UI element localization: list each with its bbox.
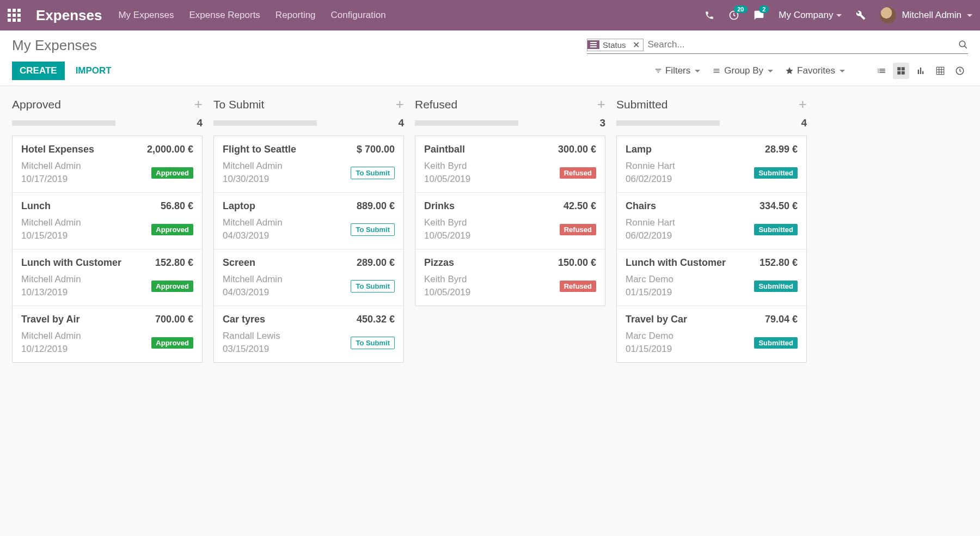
phone-icon[interactable] — [705, 10, 714, 20]
kanban-card[interactable]: Lunch with Customer152.80 €Mitchell Admi… — [13, 249, 202, 306]
kanban-column-title[interactable]: Submitted — [616, 98, 668, 111]
filters-button[interactable]: Filters — [654, 65, 700, 76]
kanban-card[interactable]: Laptop889.00 €Mitchell Admin04/03/2019To… — [214, 193, 403, 249]
view-switcher — [873, 63, 968, 79]
card-person: Mitchell Admin — [21, 161, 81, 172]
card-amount: 79.04 € — [765, 314, 798, 325]
card-amount: 152.80 € — [759, 257, 798, 269]
debug-icon[interactable] — [856, 10, 866, 20]
kanban-cards: Flight to Seattle$ 700.00Mitchell Admin1… — [213, 136, 404, 363]
card-person: Randall Lewis — [223, 331, 280, 342]
card-amount: 2,000.00 € — [147, 144, 193, 155]
card-title: Lunch with Customer — [21, 257, 121, 269]
kanban-cards: Paintball300.00 €Keith Byrd10/05/2019Ref… — [415, 136, 605, 306]
view-list-icon[interactable] — [873, 63, 890, 79]
card-amount: 150.00 € — [558, 257, 596, 269]
card-title: Pizzas — [424, 257, 454, 269]
search-icon[interactable] — [958, 40, 968, 50]
card-date: 10/05/2019 — [424, 230, 470, 241]
card-title: Hotel Expenses — [21, 144, 94, 155]
search-field[interactable]: Status ✕ — [587, 37, 968, 54]
search-tag-status[interactable]: Status ✕ — [587, 39, 644, 51]
nav-expense-reports[interactable]: Expense Reports — [189, 10, 260, 21]
kanban-card[interactable]: Pizzas150.00 €Keith Byrd10/05/2019Refuse… — [415, 249, 605, 306]
kanban-card[interactable]: Flight to Seattle$ 700.00Mitchell Admin1… — [214, 136, 403, 193]
nav-my-expenses[interactable]: My Expenses — [118, 10, 174, 21]
favorites-button[interactable]: Favorites — [785, 65, 845, 76]
card-title: Paintball — [424, 144, 465, 155]
search-input[interactable] — [647, 37, 958, 52]
app-brand[interactable]: Expenses — [36, 7, 102, 24]
card-person: Keith Byrd — [424, 274, 470, 285]
card-title: Lunch — [21, 200, 51, 212]
kanban-card[interactable]: Travel by Air700.00 €Mitchell Admin10/12… — [13, 306, 202, 362]
kanban-column-title[interactable]: To Submit — [213, 98, 264, 111]
kanban-column-title[interactable]: Approved — [12, 98, 61, 111]
card-date: 06/02/2019 — [626, 230, 675, 241]
kanban-column-title[interactable]: Refused — [415, 98, 457, 111]
card-amount: 450.32 € — [357, 314, 395, 325]
view-pivot-icon[interactable] — [932, 63, 948, 79]
kanban-column-count: 4 — [801, 117, 807, 129]
kanban-card[interactable]: Paintball300.00 €Keith Byrd10/05/2019Ref… — [415, 136, 605, 193]
svg-rect-7 — [936, 67, 944, 75]
search-wrap: Status ✕ — [587, 37, 968, 54]
kanban-column-count: 4 — [398, 117, 404, 129]
kanban-card[interactable]: Lamp28.99 €Ronnie Hart06/02/2019Submitte… — [617, 136, 806, 193]
status-badge: Approved — [151, 281, 193, 292]
kanban-add-icon[interactable]: + — [194, 96, 203, 113]
status-badge: Approved — [151, 224, 193, 235]
nav-configuration[interactable]: Configuration — [331, 10, 386, 21]
card-person: Mitchell Admin — [223, 161, 283, 172]
card-date: 10/15/2019 — [21, 230, 81, 241]
kanban-progress-bar — [213, 120, 317, 126]
kanban-progress-bar — [12, 120, 115, 126]
kanban-card[interactable]: Chairs334.50 €Ronnie Hart06/02/2019Submi… — [617, 193, 806, 249]
nav-reporting[interactable]: Reporting — [275, 10, 316, 21]
card-amount: $ 700.00 — [357, 144, 395, 155]
card-amount: 56.80 € — [161, 200, 193, 212]
user-menu[interactable]: Mitchell Admin — [880, 7, 972, 23]
close-icon[interactable]: ✕ — [629, 40, 643, 50]
card-amount: 289.00 € — [357, 257, 395, 269]
card-date: 10/05/2019 — [424, 174, 470, 185]
kanban-card[interactable]: Hotel Expenses2,000.00 €Mitchell Admin10… — [13, 136, 202, 193]
view-activity-icon[interactable] — [952, 63, 968, 79]
card-title: Travel by Air — [21, 314, 79, 325]
view-kanban-icon[interactable] — [893, 63, 909, 79]
kanban-column-count: 4 — [197, 117, 203, 129]
page-title: My Expenses — [12, 37, 97, 54]
import-button[interactable]: IMPORT — [68, 62, 119, 80]
status-badge: Refused — [560, 167, 596, 179]
card-person: Mitchell Admin — [223, 274, 283, 285]
kanban-progress-bar — [616, 120, 720, 126]
kanban-add-icon[interactable]: + — [597, 96, 605, 113]
kanban-card[interactable]: Lunch with Customer152.80 €Marc Demo01/1… — [617, 249, 806, 306]
kanban-column: Submitted+4Lamp28.99 €Ronnie Hart06/02/2… — [616, 96, 807, 363]
status-badge: Approved — [151, 167, 193, 179]
create-button[interactable]: CREATE — [12, 62, 65, 80]
view-graph-icon[interactable] — [912, 63, 929, 79]
apps-icon[interactable] — [8, 9, 23, 22]
kanban-card[interactable]: Drinks42.50 €Keith Byrd10/05/2019Refused — [415, 193, 605, 249]
card-date: 10/30/2019 — [223, 174, 283, 185]
kanban-cards: Lamp28.99 €Ronnie Hart06/02/2019Submitte… — [616, 136, 807, 363]
status-badge: Submitted — [754, 337, 798, 349]
groupby-button[interactable]: Group By — [712, 65, 773, 76]
activity-icon[interactable]: 20 — [728, 10, 739, 21]
chevron-down-icon — [836, 14, 842, 17]
card-date: 10/12/2019 — [21, 344, 81, 355]
kanban-card[interactable]: Travel by Car79.04 €Marc Demo01/15/2019S… — [617, 306, 806, 362]
kanban-progress-bar — [415, 120, 518, 126]
chevron-down-icon — [840, 70, 845, 72]
kanban-card[interactable]: Car tyres450.32 €Randall Lewis03/15/2019… — [214, 306, 403, 362]
company-selector[interactable]: My Company — [779, 10, 842, 21]
card-amount: 334.50 € — [759, 200, 798, 212]
kanban-card[interactable]: Lunch56.80 €Mitchell Admin10/15/2019Appr… — [13, 193, 202, 249]
kanban-add-icon[interactable]: + — [396, 96, 404, 113]
messages-icon[interactable]: 2 — [754, 10, 764, 21]
kanban-add-icon[interactable]: + — [799, 96, 807, 113]
card-title: Drinks — [424, 200, 455, 212]
kanban-card[interactable]: Screen289.00 €Mitchell Admin04/03/2019To… — [214, 249, 403, 306]
card-date: 10/17/2019 — [21, 174, 81, 185]
